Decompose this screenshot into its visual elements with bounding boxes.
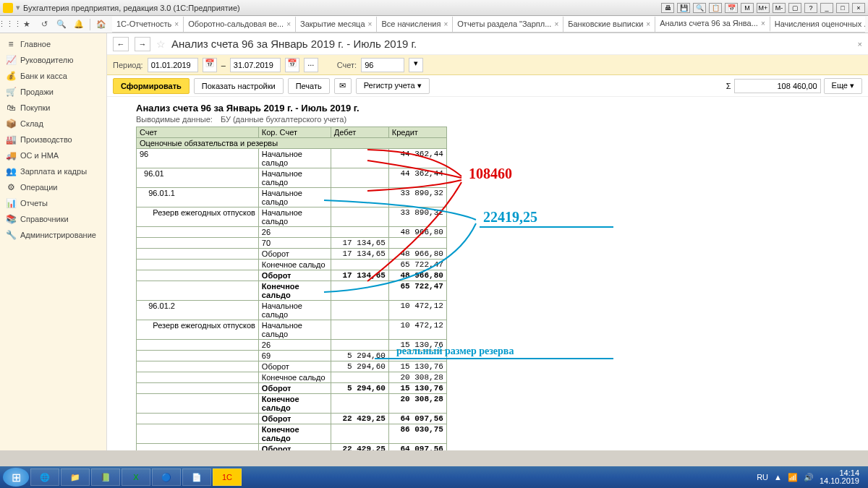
- date-from-input[interactable]: [148, 58, 198, 72]
- sidebar-item-9[interactable]: ⚙Операции: [0, 179, 106, 195]
- tab-0[interactable]: 1С-Отчетность×: [112, 17, 184, 32]
- tab-7[interactable]: Начисления оценочных ...×: [770, 17, 865, 32]
- register-button[interactable]: Регистр учета ▾: [356, 78, 430, 94]
- sidebar-item-0[interactable]: ≡Главное: [0, 36, 106, 52]
- sidebar-item-11[interactable]: 📚Справочники: [0, 211, 106, 227]
- clock-date[interactable]: 14.10.2019: [820, 477, 859, 485]
- close-page-icon[interactable]: ×: [858, 40, 862, 48]
- taskbar-chrome-icon[interactable]: 🔵: [152, 468, 181, 486]
- tab-3[interactable]: Все начисления×: [377, 17, 453, 32]
- sidebar-item-7[interactable]: 🚚ОС и НМА: [0, 147, 106, 163]
- tab-5[interactable]: Банковские выписки×: [563, 17, 655, 32]
- sum-field[interactable]: [734, 79, 821, 93]
- apps-icon[interactable]: ⋮⋮⋮: [3, 18, 16, 31]
- m-minus-icon[interactable]: M-: [773, 3, 786, 13]
- search-icon[interactable]: 🔍: [55, 18, 68, 31]
- report-table[interactable]: СчетКор. СчетДебетКредитОценочные обязат…: [136, 127, 447, 450]
- maximize-icon[interactable]: □: [836, 3, 849, 13]
- table-row[interactable]: 695 294,60: [137, 351, 447, 361]
- favorite-icon[interactable]: ☆: [156, 38, 166, 50]
- tab-close-icon[interactable]: ×: [646, 20, 650, 28]
- tab-close-icon[interactable]: ×: [286, 20, 291, 28]
- more-button[interactable]: Еще ▾: [824, 78, 862, 94]
- table-row[interactable]: 96.01.2Начальное сальдо10 472,12: [137, 301, 447, 320]
- print-button[interactable]: Печать: [288, 78, 330, 94]
- taskbar-app2-icon[interactable]: 📄: [182, 468, 211, 486]
- table-row[interactable]: 7017 134,65: [137, 238, 447, 249]
- calc-icon[interactable]: 📋: [709, 3, 722, 13]
- tab-6[interactable]: Анализ счета 96 за Янва...×: [655, 17, 770, 32]
- minimize-icon[interactable]: _: [820, 3, 833, 13]
- table-row[interactable]: 2615 130,76: [137, 340, 447, 351]
- save-icon[interactable]: 💾: [677, 3, 690, 13]
- email-button[interactable]: ✉: [334, 78, 352, 94]
- table-row[interactable]: Оборот22 429,2564 097,56: [137, 414, 447, 424]
- table-row[interactable]: Резерв ежегодных отпусковНачальное сальд…: [137, 320, 447, 340]
- tab-close-icon[interactable]: ×: [554, 20, 558, 28]
- sidebar-item-8[interactable]: 👥Зарплата и кадры: [0, 163, 106, 179]
- system-tray[interactable]: RU ▲ 📶 🔊 14:14 14.10.2019: [757, 469, 865, 485]
- table-row[interactable]: Конечное сальдо65 722,47: [137, 260, 447, 270]
- table-row[interactable]: Конечное сальдо86 030,75: [137, 424, 447, 444]
- sidebar-item-5[interactable]: 📦Склад: [0, 116, 106, 132]
- date-to-input[interactable]: [230, 58, 281, 72]
- forward-button[interactable]: →: [135, 37, 150, 51]
- table-row[interactable]: 96.01.1Начальное сальдо33 890,32: [137, 188, 447, 207]
- account-input[interactable]: [361, 58, 404, 72]
- back-button[interactable]: ←: [113, 37, 129, 51]
- table-row[interactable]: Конечное сальдо20 308,28: [137, 394, 447, 414]
- sidebar-item-6[interactable]: 🏭Производство: [0, 132, 106, 147]
- tab-close-icon[interactable]: ×: [443, 20, 448, 28]
- window-icon[interactable]: ▢: [788, 3, 801, 13]
- table-row[interactable]: 96Начальное сальдо44 362,44: [137, 149, 447, 168]
- table-row[interactable]: Конечное сальдо65 722,47: [137, 281, 447, 301]
- tab-1[interactable]: Оборотно-сальдовая ве...×: [184, 17, 296, 32]
- calendar-to-icon[interactable]: 📅: [285, 58, 299, 72]
- sidebar-item-1[interactable]: 📈Руководителю: [0, 52, 106, 68]
- sidebar-item-12[interactable]: 🔧Администрирование: [0, 227, 106, 243]
- taskbar-explorer-icon[interactable]: 📁: [61, 468, 90, 486]
- taskbar-1c-icon[interactable]: 1C: [213, 468, 242, 486]
- table-row[interactable]: Оборот17 134,6548 966,80: [137, 249, 447, 260]
- sidebar-item-10[interactable]: 📊Отчеты: [0, 195, 106, 211]
- tab-close-icon[interactable]: ×: [174, 20, 179, 28]
- search-icon[interactable]: 🔍: [693, 3, 706, 13]
- taskbar-ie-icon[interactable]: 🌐: [30, 468, 59, 486]
- m-plus-icon[interactable]: M+: [757, 3, 770, 13]
- sidebar-item-4[interactable]: 🛍Покупки: [0, 100, 106, 116]
- close-icon[interactable]: ×: [852, 3, 865, 13]
- lang-indicator[interactable]: RU: [757, 473, 768, 481]
- table-row[interactable]: Резерв ежегодных отпусковНачальное сальд…: [137, 207, 447, 227]
- table-row[interactable]: Оборот5 294,6015 130,76: [137, 383, 447, 394]
- home-icon[interactable]: 🏠: [95, 18, 108, 31]
- taskbar-app-icon[interactable]: 📗: [91, 468, 120, 486]
- tab-close-icon[interactable]: ×: [368, 20, 373, 28]
- table-row[interactable]: 96.01Начальное сальдо44 362,44: [137, 168, 447, 188]
- print-icon[interactable]: 🖶: [661, 3, 674, 13]
- windows-taskbar[interactable]: ⊞ 🌐 📁 📗 X 🔵 📄 1C RU ▲ 📶 🔊 14:14 14.10.20…: [0, 466, 868, 488]
- tray-sound-icon[interactable]: 🔊: [804, 473, 814, 482]
- sidebar-item-3[interactable]: 🛒Продажи: [0, 84, 106, 100]
- tab-close-icon[interactable]: ×: [761, 20, 765, 27]
- account-dropdown-icon[interactable]: ▾: [409, 58, 423, 72]
- settings-button[interactable]: Показать настройки: [194, 78, 284, 94]
- table-row[interactable]: 2648 966,80: [137, 227, 447, 238]
- tray-network-icon[interactable]: 📶: [788, 473, 798, 482]
- table-row[interactable]: Оборот5 294,6015 130,76: [137, 361, 447, 372]
- start-button[interactable]: ⊞: [3, 468, 29, 487]
- tray-flag-icon[interactable]: ▲: [774, 473, 782, 481]
- table-row[interactable]: Оборот17 134,6548 966,80: [137, 270, 447, 281]
- table-row[interactable]: Конечное сальдо20 308,28: [137, 372, 447, 383]
- bell-icon[interactable]: 🔔: [72, 18, 85, 31]
- form-button[interactable]: Сформировать: [113, 78, 190, 94]
- calendar-from-icon[interactable]: 📅: [203, 58, 217, 72]
- tab-4[interactable]: Отчеты раздела "Зарпл...×: [453, 17, 563, 32]
- star-icon[interactable]: ★: [20, 18, 33, 31]
- m-icon[interactable]: M: [741, 3, 754, 13]
- tab-2[interactable]: Закрытие месяца×: [296, 17, 377, 32]
- table-row[interactable]: Оборот22 429,2564 097,56: [137, 444, 447, 451]
- history-icon[interactable]: ↺: [38, 18, 51, 31]
- sidebar-item-2[interactable]: 💰Банк и касса: [0, 68, 106, 84]
- taskbar-excel-icon[interactable]: X: [122, 468, 150, 486]
- calendar-icon[interactable]: 📅: [725, 3, 738, 13]
